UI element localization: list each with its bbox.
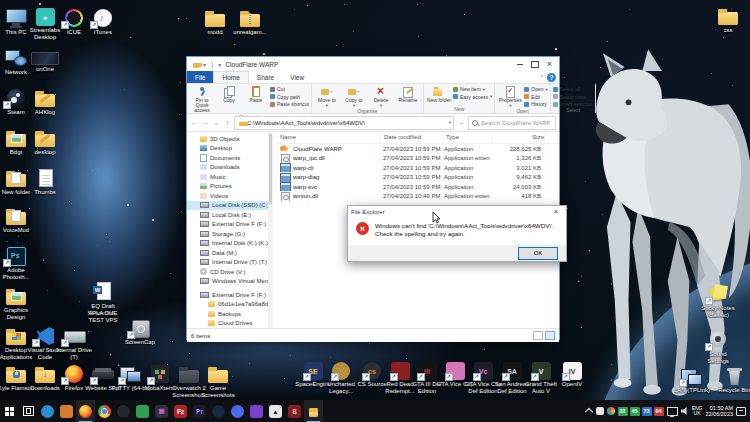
ribbon-button-delete[interactable]: Delete▾ — [368, 85, 394, 108]
file-row-warp-diag[interactable]: warp-diag27/04/2023 10:59 PMApplication9… — [277, 173, 559, 183]
tab-home[interactable]: Home — [213, 71, 248, 83]
taskbar-app-purple-icon[interactable] — [247, 400, 266, 422]
file-row-warp-ipc-dll[interactable]: warp_ipc.dll27/04/2023 10:59 PMApplicati… — [277, 154, 559, 164]
go-button[interactable]: → — [456, 119, 466, 126]
ribbon-button-paste[interactable]: Paste — [243, 85, 269, 103]
nav-item-3d-objects[interactable]: 3D Objects — [187, 134, 273, 144]
ribbon-button-properties[interactable]: Properties▾ — [497, 85, 523, 108]
ribbon-button-easy-access[interactable]: Easy access▾ — [453, 94, 492, 100]
nav-item-downloads[interactable]: Downloads — [187, 163, 273, 173]
network-icon[interactable] — [667, 407, 678, 416]
column-header-type[interactable]: Type — [443, 133, 493, 142]
desktop-icon-game-screenshots[interactable]: Game Screenshots — [198, 364, 238, 398]
address-dropdown-icon[interactable]: ▾ — [449, 120, 451, 125]
column-header-name[interactable]: Name — [277, 133, 381, 142]
recent-locations-button[interactable]: ⌄ — [212, 119, 221, 127]
up-button[interactable]: ↑ — [223, 119, 232, 126]
nav-item-desktop[interactable]: Desktop — [187, 144, 273, 154]
forward-button[interactable]: → — [201, 119, 210, 126]
ribbon-button-copy[interactable]: Copy — [216, 85, 242, 103]
file-row-cloudflare-warp[interactable]: CloudFlare WARP27/04/2023 10:59 PMApplic… — [277, 144, 559, 154]
desktop-icon-recycle-bin[interactable]: Recycle Bin — [714, 366, 750, 394]
desktop-icon-desktop[interactable]: desktop — [25, 128, 65, 156]
nav-item-backups[interactable]: Backups — [187, 309, 273, 319]
dialog-close-icon[interactable]: × — [549, 207, 563, 216]
clock[interactable]: 01:50 AM22/06/2023 — [705, 405, 733, 417]
nav-item-videos[interactable]: Videos — [187, 191, 273, 201]
tray-monitor-badge[interactable]: 45 — [630, 407, 640, 416]
tray-expand-icon[interactable] — [584, 408, 592, 416]
desktop-icon-thumbs[interactable]: Thumbs — [25, 168, 65, 196]
ribbon-button-copy-to[interactable]: Copy to▾ — [341, 85, 367, 108]
ribbon-button-rename[interactable]: Rename — [395, 85, 421, 103]
ribbon-button-cut[interactable]: Cut — [270, 86, 309, 92]
taskbar-photos-icon[interactable]: ▣ — [152, 400, 171, 422]
file-row-wintun-dll[interactable]: wintun.dll27/04/2023 10:49 PMApplication… — [277, 192, 559, 202]
tray-monitor-badge[interactable]: 64 — [654, 407, 664, 416]
taskbar-file-explorer-icon[interactable] — [304, 400, 323, 422]
nav-item-data-m[interactable]: Data (M:) — [187, 248, 273, 258]
task-view-button[interactable] — [19, 400, 38, 422]
desktop-icon-voicemod[interactable]: VoiceMod — [0, 206, 36, 234]
nav-scrollbar[interactable] — [268, 132, 273, 328]
nav-item-cd-drive-v[interactable]: CD Drive (V:) — [187, 267, 273, 277]
ribbon-button-new-folder[interactable]: New folder — [426, 85, 452, 103]
nav-item-local-disk-e[interactable]: Local Disk (E:) — [187, 210, 273, 220]
column-header-date-modified[interactable]: Date modified — [381, 133, 443, 142]
nav-item-external-drive-f-f[interactable]: External Drive F (F:) — [187, 220, 273, 230]
nav-item-documents[interactable]: Documents — [187, 153, 273, 163]
explorer-titlebar[interactable]: ▾ ❘ ▾ CloudFlare WARP × — [187, 57, 559, 71]
thumbnail-view-button[interactable] — [545, 331, 555, 340]
tray-app-icon[interactable] — [596, 407, 604, 415]
taskbar-steam-icon[interactable] — [209, 400, 228, 422]
column-header-size[interactable]: Size — [493, 133, 545, 142]
nav-item-internal-drive-t-t[interactable]: Internal Drive (T) (T:) — [187, 258, 273, 268]
maximize-button[interactable] — [527, 58, 542, 70]
desktop-icon-4pla-due-test-vps[interactable]: 4PLA DUE TEST VPS — [83, 309, 123, 323]
taskbar-filezilla-icon[interactable]: Fz — [171, 400, 190, 422]
taskbar-edge-icon[interactable] — [38, 400, 57, 422]
nav-item-cloud-drives[interactable]: Cloud Drives — [187, 319, 273, 329]
taskbar-app-red-icon[interactable]: B — [285, 400, 304, 422]
file-row-warp-cli[interactable]: warp-cli27/04/2023 10:59 PMApplication3,… — [277, 163, 559, 173]
ribbon-button-pin-to-quick-access[interactable]: Pin to Quick access — [189, 85, 215, 114]
nav-item-windows-virtual-memory[interactable]: Windows Virtual Memory ( — [187, 277, 273, 287]
start-button[interactable] — [0, 400, 19, 422]
ribbon-button-copy-path[interactable]: Copy path — [270, 94, 309, 100]
ribbon-button-paste-shortcut[interactable]: Paste shortcut — [270, 101, 309, 107]
tray-monitor-badge[interactable]: 22 — [618, 407, 628, 416]
help-icon[interactable]: ? — [547, 73, 556, 82]
taskbar-notes-green-icon[interactable] — [133, 400, 152, 422]
desktop-icon-openiv[interactable]: IV↗OpenIV — [552, 362, 592, 388]
desktop-icon-adobe-photosh[interactable]: ↗Adobe Photosh... — [0, 246, 36, 280]
address-input[interactable]: C:\Windows\AAct_Tools\wdvdriver\x64WDV\ … — [234, 116, 454, 130]
tab-share[interactable]: Share — [249, 71, 282, 83]
search-input[interactable]: Search CloudFlare WARP — [468, 116, 556, 130]
desktop-icon-sound-settings[interactable]: ↗Sound Settings — [698, 330, 738, 364]
nav-item-pictures[interactable]: Pictures — [187, 182, 273, 192]
collapse-ribbon-icon[interactable]: ⌃ — [539, 74, 544, 81]
desktop-icon-onone[interactable]: onOne — [25, 52, 65, 73]
desktop-icon-ahklog[interactable]: AHKlog — [25, 88, 65, 116]
tray-color-app-icon[interactable] — [607, 407, 615, 415]
taskbar-store-orange-icon[interactable] — [57, 400, 76, 422]
desktop-icon-itunes[interactable]: ↗iTunes — [83, 8, 123, 36]
action-center-icon[interactable] — [736, 407, 746, 416]
ribbon-button-open[interactable]: Open▾ — [524, 86, 548, 92]
nav-item-local-disk-ssd-c[interactable]: Local Disk (SSD) (C:) — [187, 201, 273, 211]
details-view-button[interactable] — [533, 331, 543, 340]
ribbon-button-move-to[interactable]: Move to▾ — [314, 85, 340, 108]
taskbar-app-dark-icon[interactable] — [114, 400, 133, 422]
language-indicator[interactable]: ENGUK — [692, 406, 703, 417]
nav-item-external-drive-f-f[interactable]: External Drive F (F:) — [187, 290, 273, 300]
file-row-warp-svc[interactable]: warp-svc27/04/2023 10:59 PMApplication24… — [277, 182, 559, 192]
nav-item-music[interactable]: Music — [187, 172, 273, 182]
desktop-icon-lan-tplink[interactable]: ↗LAN (TPLink) — [672, 366, 712, 394]
taskbar-premiere-icon[interactable]: Pr — [190, 400, 209, 422]
desktop-icon-graphics-design[interactable]: Graphics Design — [0, 286, 36, 320]
nav-item-storage-g[interactable]: Storage (G:) — [187, 229, 273, 239]
taskbar-chrome-icon[interactable] — [95, 400, 114, 422]
desktop-icon-internal-drive-t[interactable]: ↗Internal Drive (T) — [54, 326, 94, 360]
dialog-titlebar[interactable]: File Explorer × — [348, 206, 566, 217]
ribbon-button-edit[interactable]: Edit — [524, 94, 548, 100]
